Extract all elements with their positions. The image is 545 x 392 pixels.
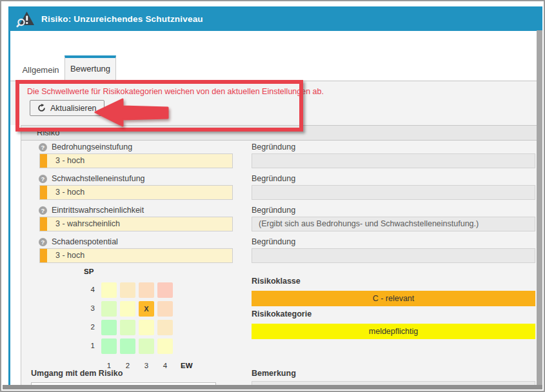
matrix-selected-cell[interactable]: X (139, 301, 154, 317)
matrix-cell[interactable] (120, 320, 135, 335)
risk-group: Risiko ? Bedrohungseinstufung 3 - hoch B… (21, 125, 537, 385)
matrix-y-axis-label: SP (84, 268, 94, 275)
help-icon: ? (39, 175, 47, 183)
rating-select[interactable]: 3 - wahrscheinlich (39, 217, 233, 231)
field-row: ? Schadenspotential 3 - hoch Begründung (21, 237, 537, 267)
reason-label: Begründung (252, 142, 295, 152)
matrix-x-axis-label: EW (181, 362, 193, 369)
matrix-cell[interactable] (101, 338, 117, 354)
reason-label: Begründung (252, 206, 295, 215)
risk-warning-icon (16, 10, 35, 28)
field-label: Eintrittswahrscheinlichkeit (52, 206, 144, 215)
matrix-cell[interactable] (120, 282, 135, 298)
reason-input[interactable] (252, 153, 535, 168)
reason-input[interactable] (252, 248, 535, 263)
window-right-border (537, 30, 542, 385)
risk-class-bar: C - relevant (252, 291, 535, 306)
matrix-cell[interactable] (139, 338, 154, 354)
field-label: Schadenspotential (52, 237, 118, 246)
rating-value: 3 - hoch (55, 188, 84, 197)
rating-color-stripe (40, 186, 47, 199)
matrix-cell[interactable] (101, 282, 117, 298)
editor-titlebar: Risiko: Unzureichendes Schutzniveau (8, 6, 542, 31)
matrix-cell[interactable] (157, 338, 173, 354)
matrix-row-label: 4 (78, 286, 95, 293)
rating-value: 3 - hoch (55, 251, 84, 260)
rating-color-stripe (40, 249, 47, 262)
field-row: ? Schwachstelleneinstufung 3 - hoch Begr… (21, 174, 537, 204)
refresh-icon (37, 104, 46, 112)
matrix-cell[interactable] (101, 301, 117, 317)
field-label: Schwachstelleneinstufung (52, 174, 145, 183)
editor-content: Allgemein Bewertung Die Schwellwerte für… (10, 31, 537, 385)
matrix-col-label: 3 (139, 362, 154, 369)
rating-select[interactable]: 3 - hoch (39, 153, 233, 168)
rating-value: 3 - wahrscheinlich (55, 219, 120, 228)
matrix-row-label: 3 (78, 304, 95, 312)
field-row: ? Eintrittswahrscheinlichkeit 3 - wahrsc… (21, 206, 537, 235)
rating-value: 3 - hoch (55, 156, 84, 165)
field-row: ? Bedrohungseinstufung 3 - hoch Begründu… (21, 142, 537, 172)
tab-allgemein[interactable]: Allgemein (19, 59, 62, 81)
matrix-col-label: 4 (157, 362, 173, 369)
remark-label: Bemerkung (252, 369, 296, 378)
reason-label: Begründung (252, 174, 295, 183)
matrix-row-label: 2 (78, 323, 95, 331)
reason-input[interactable]: (Ergibt sich aus Bedrohungs- und Schwach… (252, 217, 535, 231)
risk-category-bar: meldepflichtig (252, 324, 535, 339)
matrix-cell[interactable] (139, 320, 154, 335)
matrix-row-label: 1 (78, 342, 95, 349)
rating-select[interactable]: 3 - hoch (39, 185, 233, 200)
matrix-cell[interactable] (157, 282, 173, 298)
risk-class-label: Risikoklasse (252, 277, 301, 286)
field-label: Bedrohungseinstufung (52, 142, 132, 152)
matrix-cell[interactable] (120, 301, 135, 317)
matrix-cell[interactable] (101, 320, 117, 335)
risk-matrix: SP 43X211234 EW (78, 265, 213, 375)
help-icon: ? (39, 238, 47, 246)
help-icon: ? (39, 206, 47, 215)
rating-color-stripe (40, 217, 47, 231)
help-icon: ? (39, 143, 47, 152)
risk-group-header: Risiko (21, 126, 537, 141)
matrix-cell[interactable] (157, 301, 173, 317)
page-title: Risiko: Unzureichendes Schutzniveau (41, 14, 203, 24)
window-bottom-border (3, 385, 542, 389)
aktualisieren-button-label: Aktualisieren (50, 104, 97, 113)
window-frame: Risiko: Unzureichendes Schutzniveau Allg… (0, 0, 545, 392)
risk-category-label: Risikokategorie (252, 309, 312, 318)
matrix-cell[interactable] (120, 338, 135, 354)
warning-message: Die Schwellwerte für Risikokategorien we… (27, 87, 324, 96)
reason-label: Begründung (252, 237, 295, 246)
matrix-cell[interactable] (139, 282, 154, 298)
tab-bewertung[interactable]: Bewertung (64, 55, 116, 82)
aktualisieren-button[interactable]: Aktualisieren (30, 100, 104, 116)
reason-input[interactable] (252, 185, 535, 200)
matrix-cell[interactable] (157, 320, 173, 335)
risk-treatment-label: Umgang mit dem Risiko (31, 369, 123, 378)
rating-select[interactable]: 3 - hoch (39, 248, 233, 263)
rating-color-stripe (40, 154, 47, 168)
